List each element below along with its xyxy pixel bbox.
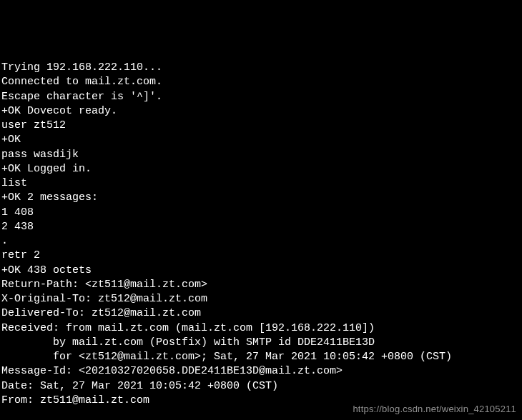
watermark-text: https://blog.csdn.net/weixin_42105211 xyxy=(353,403,516,416)
terminal-output: Trying 192.168.222.110... Connected to m… xyxy=(1,61,521,420)
